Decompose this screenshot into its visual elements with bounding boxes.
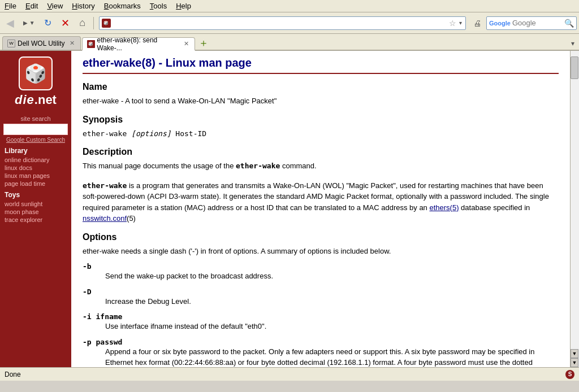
new-tab-button[interactable]: ＋ (196, 36, 211, 50)
option-b-flag: -b (83, 262, 559, 271)
menu-view[interactable]: View (42, 1, 67, 11)
security-icon: S (565, 370, 574, 379)
nsswitch-link[interactable]: nsswitch.conf (83, 214, 127, 223)
page-title: ether-wake(8) - Linux man page (83, 56, 559, 74)
tab-list-all-tabs[interactable]: ▾ (569, 37, 577, 50)
sidebar-search-section: site search Google Custom Search (0, 115, 71, 143)
ethers-link[interactable]: ethers(5) (429, 203, 459, 212)
sidebar-item-trace-explorer[interactable]: trace explorer (0, 216, 71, 224)
tab-favicon-ether-wake: 🎲 (87, 40, 95, 48)
option-i-flag: -i ifname (83, 312, 559, 321)
address-bar: 🎲 http://linux.die.net/man/8/ether-wake … (99, 16, 466, 30)
section-synopsis-heading: Synopsis (83, 115, 559, 125)
description-p2: ether-wake is a program that generates a… (83, 180, 559, 224)
option-i-desc: Use interface ifname instead of the defa… (105, 321, 559, 332)
sidebar-logo: 🎲 die .net (15, 56, 57, 107)
sidebar: 🎲 die .net site search Google Custom Sea… (0, 51, 71, 367)
tab-bar: W Dell WOL Utility ✕ 🎲 ether-wake(8): se… (0, 34, 579, 51)
menu-bar: File Edit View History Bookmarks Tools H… (0, 0, 579, 12)
address-dropdown-icon[interactable]: ▾ (458, 20, 463, 26)
sidebar-item-linux-man-pages[interactable]: linux man pages (0, 172, 71, 180)
menu-edit[interactable]: Edit (21, 1, 42, 11)
cmd-ref-2: ether-wake (83, 181, 127, 190)
sidebar-item-world-sunlight[interactable]: world sunlight (0, 200, 71, 208)
menu-help[interactable]: Help (171, 1, 196, 11)
option-b-desc: Send the wake-up packet to the broadcast… (105, 271, 559, 282)
sidebar-section-toys: Toys (0, 188, 71, 200)
search-bar: Google 🔍 (486, 16, 577, 30)
section-name-heading: Name (83, 82, 559, 92)
sidebar-search-label: site search (3, 115, 68, 122)
synopsis-text: ether-wake [options] Host-ID (83, 128, 559, 140)
search-engine-label: Google (489, 20, 511, 27)
description-p1: This manual page documents the usage of … (83, 160, 559, 172)
option-d-desc: Increase the Debug Level. (105, 296, 559, 307)
scrollbar-down-arrow[interactable]: ▼ (571, 349, 578, 358)
cmd-ref-1: ether-wake (236, 162, 280, 170)
tab-label-dell-wol: Dell WOL Utility (18, 40, 65, 47)
bookmark-star-icon[interactable]: ☆ (447, 19, 458, 28)
dice-icon: 🎲 (19, 56, 53, 90)
synopsis-options: [options] (131, 129, 171, 138)
sidebar-item-page-load-time[interactable]: page load time (0, 180, 71, 188)
status-bar: Done S (0, 367, 579, 381)
tab-close-dell-wol[interactable]: ✕ (68, 40, 76, 47)
options-intro: ether-wake needs a single dash ('-') in … (83, 246, 559, 257)
menu-history[interactable]: History (67, 1, 99, 11)
toolbar: ◀ ▶ ▼ ↻ ✕ ⌂ 🎲 http://linux.die.net/man/8… (0, 12, 579, 34)
tab-ether-wake[interactable]: 🎲 ether-wake(8): send Wake-... ✕ (82, 37, 195, 51)
site-name: die (15, 93, 34, 107)
sidebar-search-input[interactable] (3, 124, 68, 135)
address-input[interactable]: http://linux.die.net/man/8/ether-wake (113, 19, 447, 27)
content-area[interactable]: ether-wake(8) - Linux man page Name ethe… (71, 51, 570, 367)
menu-file[interactable]: File (0, 1, 21, 11)
sidebar-item-linux-docs[interactable]: linux docs (0, 164, 71, 172)
section-description-heading: Description (83, 147, 559, 157)
sidebar-section-library: Library (0, 143, 71, 156)
search-submit-button[interactable]: 🔍 (564, 19, 574, 28)
name-text: ether-wake - A tool to send a Wake-On-LA… (83, 95, 559, 107)
option-p-desc: Append a four or six byte password to th… (105, 346, 559, 368)
forward-button[interactable]: ▶ ▼ (19, 15, 39, 31)
tab-dell-wol[interactable]: W Dell WOL Utility ✕ (2, 36, 81, 50)
menu-tools[interactable]: Tools (145, 1, 171, 11)
stop-button[interactable]: ✕ (57, 15, 74, 31)
back-button[interactable]: ◀ (2, 15, 18, 31)
search-input[interactable] (512, 19, 564, 27)
option-p-flag: -p passwd (83, 338, 559, 346)
print-button[interactable]: 🖨 (469, 15, 485, 31)
sidebar-google-search-button[interactable]: Google Custom Search (3, 137, 68, 143)
synopsis-cmd: ether-wake (83, 129, 131, 138)
sidebar-item-online-dictionary[interactable]: online dictionary (0, 156, 71, 164)
status-text: Done (5, 371, 21, 378)
page-favicon: 🎲 (102, 19, 111, 28)
section-options-heading: Options (83, 232, 559, 242)
tab-label-ether-wake: ether-wake(8): send Wake-... (97, 36, 179, 52)
home-button[interactable]: ⌂ (75, 15, 90, 31)
toolbar-separator-1 (93, 17, 94, 29)
tab-favicon-wol: W (7, 40, 15, 47)
main-layout: 🎲 die .net site search Google Custom Sea… (0, 51, 579, 367)
site-tld: .net (34, 93, 57, 107)
scrollbar-track[interactable]: ▼ ▼ (570, 51, 579, 367)
scrollbar-bottom-button[interactable]: ▼ (571, 358, 578, 367)
scrollbar-thumb[interactable] (571, 56, 578, 79)
menu-bookmarks[interactable]: Bookmarks (100, 1, 145, 11)
option-d-flag: -D (83, 288, 559, 296)
synopsis-hostid: Host-ID (171, 129, 207, 138)
tab-close-ether-wake[interactable]: ✕ (183, 40, 190, 47)
reload-button[interactable]: ↻ (40, 15, 56, 31)
sidebar-item-moon-phase[interactable]: moon phase (0, 208, 71, 216)
